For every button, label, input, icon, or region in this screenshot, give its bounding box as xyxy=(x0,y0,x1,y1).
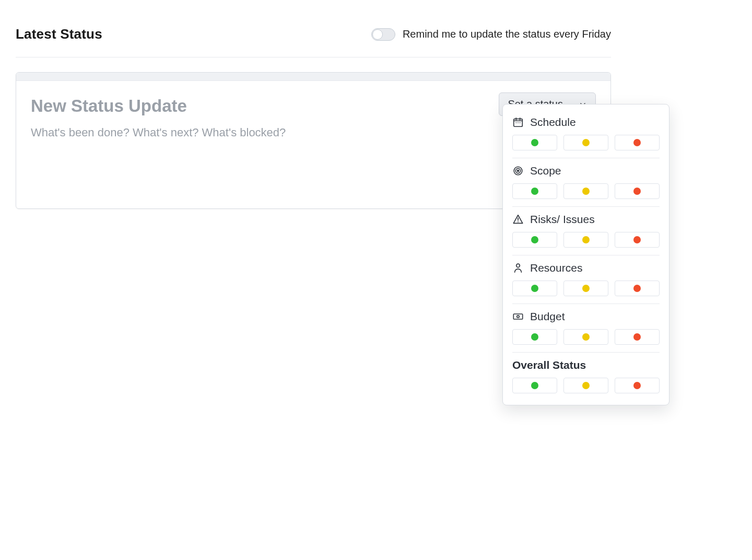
schedule-yellow-button[interactable] xyxy=(563,135,608,150)
scope-red-button[interactable] xyxy=(615,183,660,199)
toggle-knob xyxy=(372,29,383,40)
remind-toggle-wrap: Remind me to update the status every Fri… xyxy=(371,28,611,41)
svg-point-6 xyxy=(518,170,519,172)
section-resources: Resources xyxy=(512,255,660,304)
svg-rect-9 xyxy=(513,314,522,319)
status-title-input[interactable]: New Status Update xyxy=(31,96,486,116)
red-dot-icon xyxy=(633,285,641,292)
target-icon xyxy=(512,165,524,177)
option-row xyxy=(512,232,660,248)
red-dot-icon xyxy=(633,382,641,389)
svg-point-7 xyxy=(518,221,519,223)
warning-icon xyxy=(512,214,524,225)
option-row xyxy=(512,183,660,199)
green-dot-icon xyxy=(531,139,538,146)
remind-toggle[interactable] xyxy=(371,28,395,41)
resources-yellow-button[interactable] xyxy=(563,281,608,296)
risks-yellow-button[interactable] xyxy=(563,232,608,248)
card-accent-strip xyxy=(16,73,610,81)
schedule-red-button[interactable] xyxy=(615,135,660,150)
section-overall: Overall Status xyxy=(512,353,660,395)
resources-green-button[interactable] xyxy=(512,281,557,296)
green-dot-icon xyxy=(531,333,538,341)
risks-green-button[interactable] xyxy=(512,232,557,248)
header-row: Latest Status Remind me to update the st… xyxy=(16,26,611,57)
budget-red-button[interactable] xyxy=(615,329,660,345)
option-row xyxy=(512,135,660,150)
schedule-green-button[interactable] xyxy=(512,135,557,150)
option-row xyxy=(512,281,660,296)
status-card: New Status Update What's been done? What… xyxy=(16,72,611,209)
section-risks: Risks/ Issues xyxy=(512,207,660,255)
red-dot-icon xyxy=(633,139,641,146)
yellow-dot-icon xyxy=(582,382,590,389)
svg-point-10 xyxy=(517,316,519,318)
svg-point-2 xyxy=(518,122,519,123)
yellow-dot-icon xyxy=(582,236,590,243)
status-body-input[interactable]: What's been done? What's next? What's bl… xyxy=(31,126,486,139)
yellow-dot-icon xyxy=(582,188,590,195)
section-title: Scope xyxy=(530,165,561,177)
section-title: Budget xyxy=(530,310,565,323)
page: Latest Status Remind me to update the st… xyxy=(0,0,627,209)
money-icon xyxy=(512,311,524,322)
green-dot-icon xyxy=(531,236,538,243)
green-dot-icon xyxy=(531,285,538,292)
section-title: Resources xyxy=(530,262,582,274)
svg-point-3 xyxy=(520,122,521,123)
green-dot-icon xyxy=(531,188,538,195)
scope-green-button[interactable] xyxy=(512,183,557,199)
calendar-icon xyxy=(512,116,524,128)
option-row xyxy=(512,378,660,393)
section-title: Risks/ Issues xyxy=(530,213,595,226)
svg-point-1 xyxy=(516,122,517,123)
red-dot-icon xyxy=(633,333,641,341)
option-row xyxy=(512,329,660,345)
scope-yellow-button[interactable] xyxy=(563,183,608,199)
overall-green-button[interactable] xyxy=(512,378,557,393)
status-popover: Schedule Scope xyxy=(502,104,669,405)
section-title: Schedule xyxy=(530,116,576,129)
section-schedule: Schedule xyxy=(512,110,660,158)
red-dot-icon xyxy=(633,188,641,195)
section-title: Overall Status xyxy=(512,359,586,371)
overall-red-button[interactable] xyxy=(615,378,660,393)
yellow-dot-icon xyxy=(582,139,590,146)
budget-yellow-button[interactable] xyxy=(563,329,608,345)
remind-toggle-label: Remind me to update the status every Fri… xyxy=(403,28,611,40)
page-title: Latest Status xyxy=(16,26,102,42)
yellow-dot-icon xyxy=(582,285,590,292)
yellow-dot-icon xyxy=(582,333,590,341)
overall-yellow-button[interactable] xyxy=(563,378,608,393)
red-dot-icon xyxy=(633,236,641,243)
svg-point-8 xyxy=(516,264,520,267)
card-text-area: New Status Update What's been done? What… xyxy=(31,92,486,139)
green-dot-icon xyxy=(531,382,538,389)
risks-red-button[interactable] xyxy=(615,232,660,248)
section-budget: Budget xyxy=(512,304,660,353)
section-scope: Scope xyxy=(512,158,660,207)
person-icon xyxy=(512,262,524,274)
budget-green-button[interactable] xyxy=(512,329,557,345)
resources-red-button[interactable] xyxy=(615,281,660,296)
